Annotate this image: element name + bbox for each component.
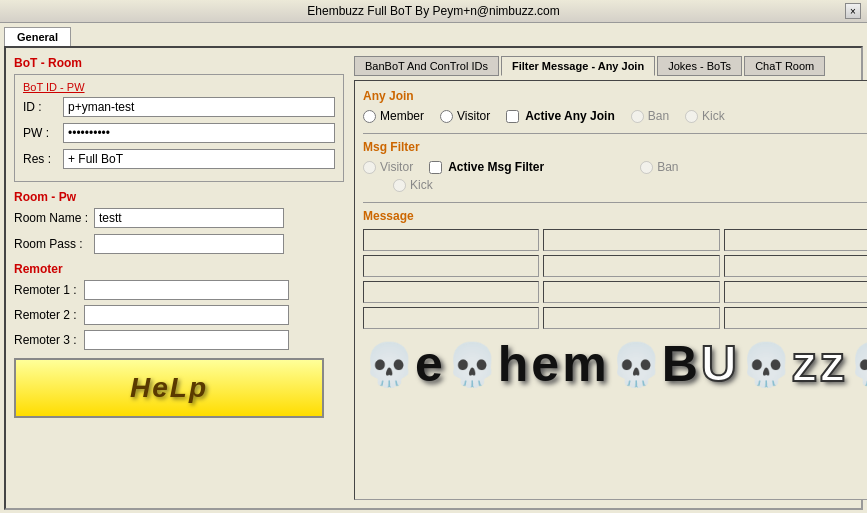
kick-label-2: Kick [410,178,433,192]
visitor-label-2: Visitor [380,160,413,174]
help-label: HeLp [130,372,208,404]
active-any-join-label: Active Any Join [525,109,615,123]
pw-input[interactable] [63,123,335,143]
visitor-radio-item-2: Visitor [363,160,413,174]
res-row: Res : [23,149,335,169]
skull-icon-5: 💀 [848,340,867,389]
remoter1-label: Remoter 1 : [14,283,84,297]
kick-radio-1[interactable] [685,110,698,123]
ban-radio-2[interactable] [640,161,653,174]
app-title: Ehembuzz Full BoT By Peym+n@nimbuzz.com [307,4,559,18]
room-name-input[interactable] [94,208,284,228]
remoter2-row: Remoter 2 : [14,305,344,325]
bot-room-title: BoT - Room [14,56,344,70]
room-name-row: Room Name : [14,208,344,228]
skull-icon-4: 💀 [740,340,792,389]
kick-label-1: Kick [702,109,725,123]
msg-input-4[interactable] [363,255,539,277]
msg-input-9[interactable] [724,281,867,303]
visitor-radio-2[interactable] [363,161,376,174]
right-panel: BanBoT And ConTrol IDs Filter Message - … [354,56,867,500]
visitor-radio[interactable] [440,110,453,123]
room-pass-input[interactable] [94,234,284,254]
room-section: Room - Pw Room Name : Room Pass : [14,190,344,254]
message-title: Message [363,209,867,223]
remoter1-input[interactable] [84,280,289,300]
ban-radio-1[interactable] [631,110,644,123]
active-msg-filter-checkbox[interactable] [429,161,442,174]
logo-text-b: B [662,339,701,389]
remoter3-row: Remoter 3 : [14,330,344,350]
active-msg-filter-label: Active Msg Filter [448,160,544,174]
remoter-title: Remoter [14,262,344,276]
title-bar: Ehembuzz Full BoT By Peym+n@nimbuzz.com … [0,0,867,23]
msg-input-11[interactable] [543,307,719,329]
remoter1-row: Remoter 1 : [14,280,344,300]
msg-input-8[interactable] [543,281,719,303]
tab-banbot[interactable]: BanBoT And ConTrol IDs [354,56,499,76]
visitor-label-1: Visitor [457,109,490,123]
msg-input-3[interactable] [724,229,867,251]
right-tab-strip: BanBoT And ConTrol IDs Filter Message - … [354,56,867,76]
member-radio-item: Member [363,109,424,123]
general-tab[interactable]: General [4,27,71,46]
room-pass-label: Room Pass : [14,237,94,251]
any-join-title: Any Join [363,89,867,103]
main-container: General BoT - Room BoT ID - PW ID : PW :… [0,23,867,513]
tab-jokes[interactable]: Jokes - BoTs [657,56,742,76]
visitor-radio-item: Visitor [440,109,490,123]
msg-input-6[interactable] [724,255,867,277]
ban-label-1: Ban [648,109,669,123]
remoter2-label: Remoter 2 : [14,308,84,322]
content-area: BoT - Room BoT ID - PW ID : PW : Res : [4,46,863,510]
remoter3-input[interactable] [84,330,289,350]
pw-label: PW : [23,126,63,140]
bot-id-title: BoT ID - PW [23,81,335,93]
remoter2-input[interactable] [84,305,289,325]
room-pw-title: Room - Pw [14,190,344,204]
room-pass-row: Room Pass : [14,234,344,254]
ban-radio-item-1: Ban [631,109,669,123]
skull-icon-3: 💀 [610,340,662,389]
pw-row: PW : [23,123,335,143]
left-panel: BoT - Room BoT ID - PW ID : PW : Res : [14,56,354,500]
msg-input-2[interactable] [543,229,719,251]
separator-2 [363,202,867,203]
msg-filter-section: Msg Filter Visitor Active Msg Filter [363,140,867,192]
logo-text-zz: zz [792,339,848,389]
skull-icon-1: 💀 [363,340,415,389]
kick-radio-item-2: Kick [393,178,433,192]
msg-input-7[interactable] [363,281,539,303]
right-content-area: Any Join Member Visitor Active Any Jo [354,80,867,500]
close-button[interactable]: × [845,3,861,19]
active-any-join-group: Active Any Join [506,109,615,123]
logo-area: 💀 e 💀 hem 💀 B U 💀 zz 💀 [363,335,867,389]
active-any-join-checkbox[interactable] [506,110,519,123]
room-name-label: Room Name : [14,211,94,225]
outer-tab-strip: General [0,23,867,46]
help-button[interactable]: HeLp [14,358,324,418]
any-join-section: Any Join Member Visitor Active Any Jo [363,89,867,123]
id-input[interactable] [63,97,335,117]
id-label: ID : [23,100,63,114]
separator-1 [363,133,867,134]
active-msg-filter-group: Active Msg Filter [429,160,544,174]
ban-label-2: Ban [657,160,678,174]
kick-radio-2[interactable] [393,179,406,192]
member-radio[interactable] [363,110,376,123]
ban-radio-item-2: Ban [640,160,678,174]
remoter3-label: Remoter 3 : [14,333,84,347]
member-label: Member [380,109,424,123]
msg-input-1[interactable] [363,229,539,251]
kick-radio-item-1: Kick [685,109,725,123]
bot-id-section: BoT ID - PW ID : PW : Res : [14,74,344,182]
tab-chat-room[interactable]: ChaT Room [744,56,825,76]
res-input[interactable] [63,149,335,169]
tab-filter-message[interactable]: Filter Message - Any Join [501,56,655,76]
logo-text-u: U [701,339,740,389]
msg-input-5[interactable] [543,255,719,277]
res-label: Res : [23,152,63,166]
msg-input-10[interactable] [363,307,539,329]
kick-row: Kick [393,178,867,192]
msg-input-12[interactable] [724,307,867,329]
